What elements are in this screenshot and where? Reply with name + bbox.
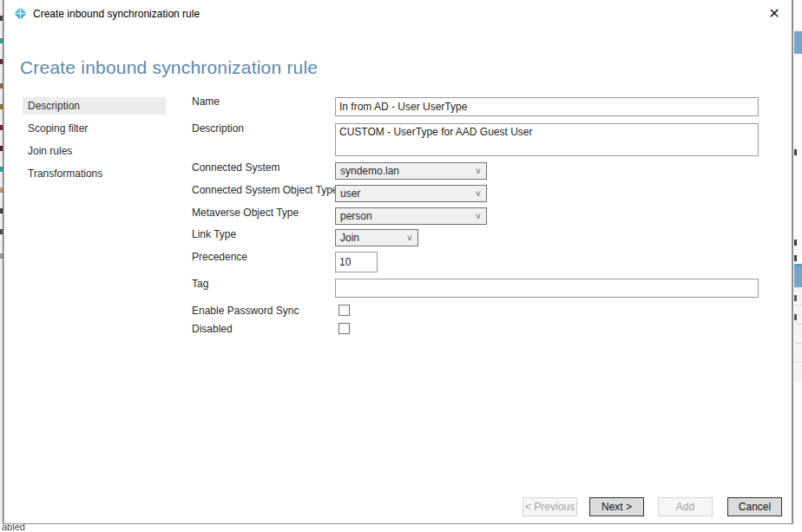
connected-system-object-type-value: user — [336, 187, 470, 200]
chevron-down-icon: ˅ — [470, 167, 486, 176]
create-inbound-sync-rule-dialog: Create inbound synchronization rule ✕ Cr… — [3, 0, 792, 524]
sync-rule-diamond-icon — [13, 6, 28, 21]
tag-label: Tag — [192, 278, 208, 290]
link-type-dropdown[interactable]: Join ˅ — [335, 229, 418, 246]
close-icon[interactable]: ✕ — [763, 3, 786, 23]
disabled-checkbox[interactable] — [339, 323, 350, 334]
wizard-step-nav: Description Scoping filter Join rules Tr… — [23, 97, 166, 187]
nav-item-description[interactable]: Description — [23, 97, 166, 115]
nav-item-scoping-filter[interactable]: Scoping filter — [23, 120, 166, 137]
description-label: Description — [192, 122, 244, 135]
chevron-down-icon: ˅ — [402, 233, 417, 243]
precedence-label: Precedence — [192, 251, 247, 263]
enable-password-sync-label: Enable Password Sync — [192, 305, 299, 317]
nav-item-join-rules[interactable]: Join rules — [23, 142, 166, 160]
connected-system-dropdown[interactable]: syndemo.lan ˅ — [335, 162, 487, 180]
metaverse-object-type-label: Metaverse Object Type — [192, 207, 299, 219]
next-button[interactable]: Next > — [589, 497, 644, 516]
nav-item-transformations[interactable]: Transformations — [23, 165, 166, 182]
background-blue-row — [794, 266, 802, 287]
connected-system-value: syndemo.lan — [336, 165, 470, 177]
metaverse-object-type-dropdown[interactable]: person ˅ — [335, 207, 487, 225]
link-type-value: Join — [336, 232, 402, 244]
connected-system-label: Connected System — [192, 161, 279, 174]
chevron-down-icon: ˅ — [470, 212, 486, 221]
cancel-button[interactable]: Cancel — [727, 497, 782, 516]
precedence-input[interactable] — [335, 252, 378, 273]
metaverse-object-type-value: person — [336, 210, 470, 222]
name-input[interactable] — [335, 97, 759, 116]
enable-password-sync-checkbox[interactable] — [339, 305, 350, 316]
link-type-label: Link Type — [192, 228, 236, 240]
description-input[interactable]: CUSTOM - UserType for AAD Guest User — [335, 123, 759, 156]
previous-button[interactable]: < Previous — [523, 497, 577, 516]
title-bar: Create inbound synchronization rule ✕ — [4, 0, 792, 26]
background-cut-text: abled — [2, 524, 25, 532]
chevron-down-icon: ˅ — [470, 189, 486, 199]
tag-input[interactable] — [335, 279, 759, 298]
background-window-bottom-sliver: abled — [0, 524, 802, 532]
page-title: Create inbound synchronization rule — [20, 57, 318, 78]
background-window-right-sliver — [792, 0, 802, 532]
disabled-label: Disabled — [192, 323, 233, 335]
name-label: Name — [192, 95, 220, 108]
background-blue-bar — [794, 31, 802, 54]
add-button[interactable]: Add — [658, 497, 713, 516]
connected-system-object-type-label: Connected System Object Type — [192, 184, 339, 196]
connected-system-object-type-dropdown[interactable]: user ˅ — [335, 185, 487, 202]
window-title: Create inbound synchronization rule — [33, 8, 200, 20]
